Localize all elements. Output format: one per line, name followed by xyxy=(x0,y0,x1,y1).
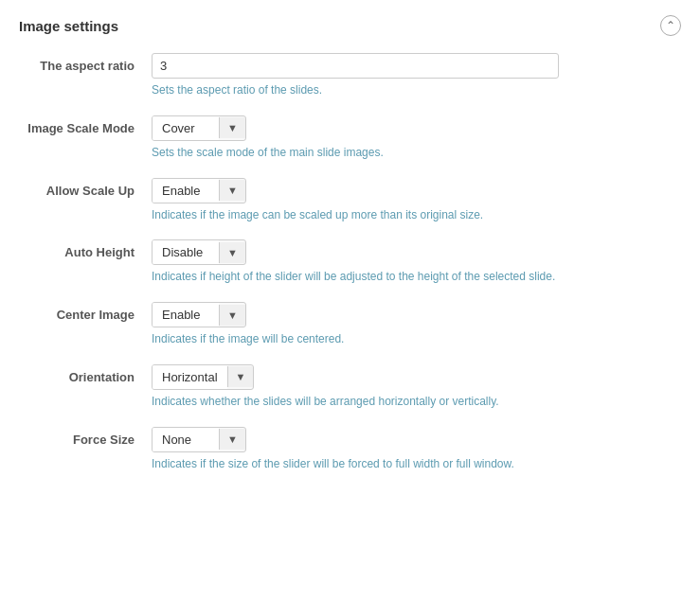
select-arrow-center-image[interactable]: ▼ xyxy=(219,305,245,326)
select-wrapper-auto-height[interactable]: Disable▼ xyxy=(152,239,246,265)
select-value-auto-height: Disable xyxy=(153,240,219,264)
label-auto-height: Auto Height xyxy=(19,239,152,259)
select-arrow-auto-height[interactable]: ▼ xyxy=(219,242,245,263)
select-value-allow-scale-up: Enable xyxy=(153,179,219,203)
select-value-image-scale-mode: Cover xyxy=(153,116,219,140)
row-allow-scale-up: Allow Scale UpEnable▼Indicates if the im… xyxy=(19,178,681,223)
collapse-button[interactable]: ⌃ xyxy=(660,15,681,36)
hint-center-image: Indicates if the image will be centered. xyxy=(152,331,681,347)
select-arrow-allow-scale-up[interactable]: ▼ xyxy=(219,180,245,201)
label-center-image: Center Image xyxy=(19,302,152,322)
content-allow-scale-up: Enable▼Indicates if the image can be sca… xyxy=(152,178,681,223)
hint-allow-scale-up: Indicates if the image can be scaled up … xyxy=(152,207,681,223)
row-image-scale-mode: Image Scale ModeCover▼Sets the scale mod… xyxy=(19,115,681,161)
hint-orientation: Indicates whether the slides will be arr… xyxy=(152,394,681,410)
label-force-size: Force Size xyxy=(19,427,152,447)
content-force-size: None▼Indicates if the size of the slider… xyxy=(152,427,681,472)
select-wrapper-allow-scale-up[interactable]: Enable▼ xyxy=(152,178,246,203)
label-allow-scale-up: Allow Scale Up xyxy=(19,178,152,198)
hint-force-size: Indicates if the size of the slider will… xyxy=(152,456,681,472)
label-orientation: Orientation xyxy=(19,364,152,384)
label-aspect-ratio: The aspect ratio xyxy=(19,53,152,73)
select-arrow-orientation[interactable]: ▼ xyxy=(227,366,254,387)
select-wrapper-image-scale-mode[interactable]: Cover▼ xyxy=(152,115,246,141)
input-aspect-ratio[interactable] xyxy=(152,53,559,79)
panel-header: Image settings ⌃ xyxy=(19,15,681,36)
image-settings-panel: Image settings ⌃ The aspect ratioSets th… xyxy=(0,0,700,504)
label-image-scale-mode: Image Scale Mode xyxy=(19,115,152,135)
row-auto-height: Auto HeightDisable▼Indicates if height o… xyxy=(19,239,681,285)
content-center-image: Enable▼Indicates if the image will be ce… xyxy=(152,302,681,347)
select-wrapper-force-size[interactable]: None▼ xyxy=(152,427,246,452)
select-wrapper-orientation[interactable]: Horizontal▼ xyxy=(152,364,254,390)
row-center-image: Center ImageEnable▼Indicates if the imag… xyxy=(19,302,681,347)
content-aspect-ratio: Sets the aspect ratio of the slides. xyxy=(152,53,681,98)
hint-auto-height: Indicates if height of the slider will b… xyxy=(152,269,681,285)
content-image-scale-mode: Cover▼Sets the scale mode of the main sl… xyxy=(152,115,681,161)
row-aspect-ratio: The aspect ratioSets the aspect ratio of… xyxy=(19,53,681,98)
row-orientation: OrientationHorizontal▼Indicates whether … xyxy=(19,364,681,410)
select-value-orientation: Horizontal xyxy=(153,365,227,389)
content-orientation: Horizontal▼Indicates whether the slides … xyxy=(152,364,681,410)
hint-image-scale-mode: Sets the scale mode of the main slide im… xyxy=(152,145,681,161)
select-value-center-image: Enable xyxy=(153,303,219,327)
select-wrapper-center-image[interactable]: Enable▼ xyxy=(152,302,246,327)
content-auto-height: Disable▼Indicates if height of the slide… xyxy=(152,239,681,285)
row-force-size: Force SizeNone▼Indicates if the size of … xyxy=(19,427,681,472)
select-arrow-force-size[interactable]: ▼ xyxy=(219,429,245,450)
panel-title: Image settings xyxy=(19,18,118,34)
select-arrow-image-scale-mode[interactable]: ▼ xyxy=(219,117,245,138)
select-value-force-size: None xyxy=(153,428,219,451)
hint-aspect-ratio: Sets the aspect ratio of the slides. xyxy=(152,82,681,98)
